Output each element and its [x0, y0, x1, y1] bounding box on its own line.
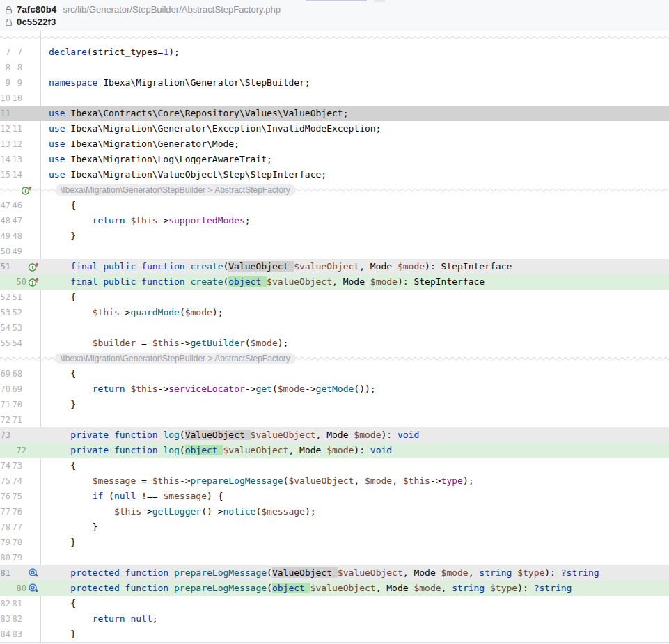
- code-line: 7877 }: [0, 519, 669, 535]
- code-line: 8079: [0, 550, 669, 565]
- code-line: 5453: [0, 320, 669, 336]
- diff-content: 77declare(strict_types=1);8899namespace …: [0, 31, 669, 642]
- code-line: 8281 {: [0, 596, 669, 611]
- code-line: 1010: [0, 91, 669, 106]
- code-text[interactable]: }: [0, 519, 669, 535]
- code-line: 7170 }: [0, 397, 669, 412]
- code-line: 5352 $this->guardMode($mode);: [0, 305, 669, 320]
- code-text[interactable]: use Ibexa\Migration\Log\LoggerAwareTrait…: [0, 152, 669, 167]
- code-text[interactable]: return null;: [0, 611, 669, 627]
- diff-line-removed: 81 protected function prepareLogMessage(…: [0, 565, 669, 581]
- implements-method-icon[interactable]: I: [21, 184, 32, 196]
- code-line: 1413use Ibexa\Migration\Log\LoggerAwareT…: [0, 152, 669, 167]
- code-text[interactable]: private function log(object $valueObject…: [0, 443, 669, 458]
- collapsed-region-separator: I\Ibexa\Migration\Generator\StepBuilder …: [0, 182, 669, 198]
- file-path: src/lib/Generator/StepBuilder/AbstractSt…: [63, 4, 281, 15]
- code-line: 4847 return $this->supportedModes;: [0, 213, 669, 228]
- code-text[interactable]: protected function prepareLogMessage(Val…: [0, 565, 669, 581]
- code-line: 7978 }: [0, 535, 669, 550]
- code-line: 7675 if (null !== $message) {: [0, 489, 669, 504]
- code-line: 7776 $this->getLogger()->notice($message…: [0, 504, 669, 519]
- wavy-separator-line: [0, 34, 669, 41]
- code-text[interactable]: if (null !== $message) {: [0, 489, 669, 504]
- code-text[interactable]: {: [0, 290, 669, 305]
- code-text[interactable]: [0, 320, 669, 336]
- code-line: 4948 }: [0, 228, 669, 244]
- code-text[interactable]: final public function create(object $val…: [0, 274, 669, 290]
- commit-row-old: 7afc80b4 src/lib/Generator/StepBuilder/A…: [0, 3, 669, 15]
- code-text[interactable]: $message = $this->prepareLogMessage($val…: [0, 473, 669, 489]
- code-text[interactable]: private function log(ValueObject $valueO…: [0, 427, 669, 443]
- diff-line-added: 80 protected function prepareLogMessage(…: [0, 581, 669, 596]
- code-text[interactable]: $this->getLogger()->notice($message);: [0, 504, 669, 519]
- code-line: 6968 {: [0, 366, 669, 382]
- code-line: 7574 $message = $this->prepareLogMessage…: [0, 473, 669, 489]
- code-text[interactable]: [0, 60, 669, 75]
- top-edge-artifact: [306, 0, 367, 1]
- code-text[interactable]: final public function create(ValueObject…: [0, 259, 669, 274]
- svg-text:I: I: [24, 188, 26, 194]
- code-text[interactable]: }: [0, 627, 669, 642]
- code-text[interactable]: $builder = $this->getBuilder($mode);: [0, 336, 669, 351]
- code-text[interactable]: {: [0, 198, 669, 213]
- code-text[interactable]: [0, 91, 669, 106]
- code-text[interactable]: }: [0, 397, 669, 412]
- collapsed-region-breadcrumb[interactable]: \Ibexa\Migration\Generator\StepBuilder >…: [55, 353, 296, 364]
- code-text[interactable]: declare(strict_types=1);: [0, 45, 669, 60]
- top-edge-artifact: [374, 0, 385, 2]
- code-line: 4746 {: [0, 198, 669, 213]
- separator: [0, 31, 669, 45]
- code-line: 88: [0, 60, 669, 75]
- collapsed-region-breadcrumb[interactable]: \Ibexa\Migration\Generator\StepBuilder >…: [55, 184, 296, 196]
- code-text[interactable]: use Ibexa\Migration\ValueObject\Step\Ste…: [0, 167, 669, 182]
- diff-header: 7afc80b4 src/lib/Generator/StepBuilder/A…: [0, 0, 669, 31]
- code-line: 5554 $builder = $this->getBuilder($mode)…: [0, 336, 669, 351]
- code-line: 8382 return null;: [0, 611, 669, 627]
- code-text[interactable]: protected function prepareLogMessage(obj…: [0, 581, 669, 596]
- code-line: 1312use Ibexa\Migration\Generator\Mode;: [0, 136, 669, 152]
- code-line: 77declare(strict_types=1);: [0, 45, 669, 60]
- code-text[interactable]: [0, 244, 669, 259]
- commit-row-new: 0c5522f3: [0, 15, 669, 28]
- code-text[interactable]: {: [0, 596, 669, 611]
- code-text[interactable]: }: [0, 535, 669, 550]
- code-line: 1211use Ibexa\Migration\Generator\Except…: [0, 121, 669, 136]
- code-line: 7473 {: [0, 458, 669, 473]
- diff-line-removed: 73 private function log(ValueObject $val…: [0, 427, 669, 443]
- code-line: 8483 }: [0, 627, 669, 642]
- code-text[interactable]: {: [0, 458, 669, 473]
- code-text[interactable]: use Ibexa\Migration\Generator\Exception\…: [0, 121, 669, 136]
- code-text[interactable]: use Ibexa\Migration\Generator\Mode;: [0, 136, 669, 152]
- code-text[interactable]: return $this->serviceLocator->get($mode-…: [0, 382, 669, 397]
- commit-hash-new: 0c5522f3: [17, 17, 56, 27]
- code-line: 7271: [0, 412, 669, 427]
- code-text[interactable]: [0, 412, 669, 427]
- code-line: 1514use Ibexa\Migration\ValueObject\Step…: [0, 167, 669, 182]
- code-text[interactable]: return $this->supportedModes;: [0, 213, 669, 228]
- code-text[interactable]: }: [0, 228, 669, 244]
- code-line: 99namespace Ibexa\Migration\Generator\St…: [0, 75, 669, 91]
- diff-line-added: 72 private function log(object $valueObj…: [0, 443, 669, 458]
- lock-icon: [4, 17, 13, 26]
- code-text[interactable]: [0, 550, 669, 565]
- code-text[interactable]: use Ibexa\Contracts\Core\Repository\Valu…: [0, 106, 669, 121]
- diff-line-removed: 11use Ibexa\Contracts\Core\Repository\Va…: [0, 106, 669, 121]
- diff-line-removed: 51I final public function create(ValueOb…: [0, 259, 669, 274]
- diff-line-added: 50I final public function create(object …: [0, 274, 669, 290]
- code-text[interactable]: {: [0, 366, 669, 382]
- collapsed-region-separator: \Ibexa\Migration\Generator\StepBuilder >…: [0, 351, 669, 366]
- commit-hash-old: 7afc80b4: [17, 4, 56, 15]
- code-line: 5251 {: [0, 290, 669, 305]
- code-text[interactable]: $this->guardMode($mode);: [0, 305, 669, 320]
- code-line: 5049: [0, 244, 669, 259]
- code-line: 7069 return $this->serviceLocator->get($…: [0, 382, 669, 397]
- code-text[interactable]: namespace Ibexa\Migration\Generator\Step…: [0, 75, 669, 91]
- lock-icon: [4, 5, 13, 14]
